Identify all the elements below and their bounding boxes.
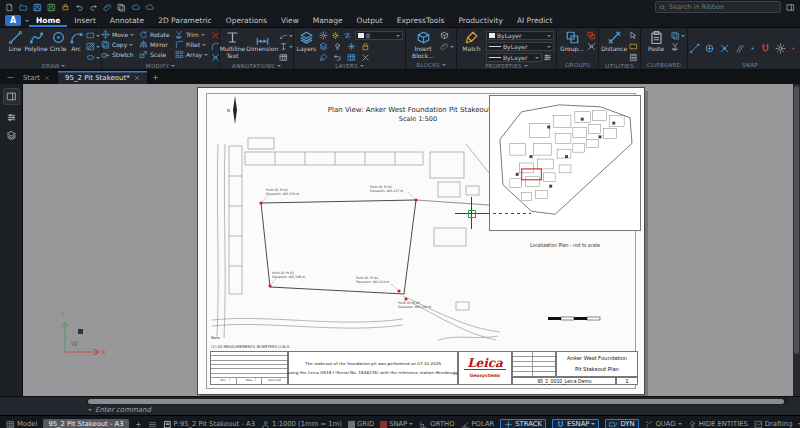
offset-tool[interactable] <box>211 42 220 51</box>
tab-95-2-pit-stakeout[interactable]: 95_2 Pit Stakeout* <box>58 71 147 84</box>
attach-xref-icon[interactable] <box>103 3 112 12</box>
circle-tool[interactable]: Circle <box>50 30 67 53</box>
save-as-icon[interactable] <box>47 3 56 12</box>
color-dropdown[interactable]: ByLayer <box>486 31 554 40</box>
panels-button[interactable] <box>3 88 20 105</box>
layer-dropdown[interactable]: 0 <box>355 31 403 40</box>
layer-transfer-icon[interactable] <box>343 31 352 40</box>
attach-tool[interactable] <box>440 42 454 51</box>
toggle-snap[interactable]: SNAP <box>380 420 413 428</box>
close-icon[interactable] <box>44 75 50 81</box>
command-line[interactable]: Enter command <box>88 406 151 414</box>
paper-sheet[interactable]: N Plan View: Anker West Foundation Pit S… <box>197 87 645 395</box>
toggle-dyn[interactable]: DYN <box>605 419 638 428</box>
cloud-open-icon[interactable] <box>145 3 154 12</box>
layout-list-icon[interactable] <box>148 420 157 428</box>
toggle-polar[interactable]: POLAR <box>461 420 495 428</box>
snap-nearest-icon[interactable] <box>790 45 797 52</box>
ungroup-tool[interactable] <box>587 31 596 40</box>
command-history-icon[interactable] <box>88 409 92 411</box>
clipboard-section-label[interactable]: CLIPBOARD <box>643 60 685 69</box>
layers-section-label[interactable]: LAYERS <box>296 62 403 69</box>
dimension-tool[interactable]: Dimension <box>247 30 277 53</box>
table-tool[interactable] <box>279 53 293 62</box>
block-edit-tool[interactable] <box>440 31 454 40</box>
properties-section-label[interactable]: PROPERTIES <box>459 62 554 69</box>
text-style-tool[interactable] <box>279 42 293 51</box>
line-tool[interactable]: Line <box>8 30 23 53</box>
add-layout-icon[interactable] <box>135 421 142 428</box>
horizontal-scrollbar-thumb[interactable] <box>88 399 784 404</box>
layers-panel-icon[interactable] <box>6 130 17 141</box>
rotate-tool[interactable]: Rotate <box>139 30 173 39</box>
layer-match-icon[interactable] <box>319 53 328 62</box>
snap-node-icon[interactable] <box>749 45 756 52</box>
toggle-quad[interactable]: QUAD <box>645 420 682 428</box>
layer-on-icon[interactable] <box>331 31 340 40</box>
menu-insert[interactable]: Insert <box>67 14 103 27</box>
layout-tab[interactable]: 95_2 Pit Stakeout - A3 <box>43 419 128 428</box>
horizontal-scrollbar[interactable] <box>86 398 788 405</box>
ribbon-search[interactable] <box>655 1 781 13</box>
arc-tool[interactable]: Arc <box>69 30 84 53</box>
model-tab[interactable]: Model <box>6 420 37 428</box>
workspace-drafting[interactable]: Drafting <box>754 420 793 428</box>
menu-manage[interactable]: Manage <box>306 14 350 27</box>
layer-states-icon[interactable] <box>347 53 356 62</box>
annotations-section-label[interactable]: ANNOTATIONS <box>222 62 291 69</box>
snap-endpoint-icon[interactable] <box>689 43 700 54</box>
trim-tool[interactable]: Trim <box>175 30 209 39</box>
layer-previous-icon[interactable] <box>333 53 342 62</box>
annotation-scale[interactable]: 1:1000 (1mm = 1m) <box>261 420 342 428</box>
scale-tool[interactable]: Scale <box>139 50 173 59</box>
snap-center-icon[interactable] <box>704 43 715 54</box>
snap-magnet-icon[interactable] <box>760 43 771 54</box>
undo-icon[interactable] <box>75 3 84 12</box>
mirror-tool[interactable]: Mirror <box>139 40 173 49</box>
insert-block-tool[interactable]: Insert Block... <box>408 30 438 59</box>
properties-panel-icon[interactable] <box>543 53 552 62</box>
vertical-scrollbar[interactable] <box>793 84 800 396</box>
calculator-tool[interactable] <box>629 53 638 62</box>
copy-clip-icon[interactable] <box>117 3 126 12</box>
app-button[interactable]: A <box>5 15 21 26</box>
array-tool[interactable]: Array <box>175 50 209 59</box>
match-properties-tool[interactable]: Match <box>459 30 484 53</box>
snap-settings-icon[interactable] <box>775 43 786 54</box>
layer-lock-icon[interactable] <box>361 42 370 51</box>
linetype-dropdown[interactable]: ByLayer <box>486 42 554 51</box>
tab-start[interactable]: Start <box>16 71 57 84</box>
menu-annotate[interactable]: Annotate <box>103 14 151 27</box>
new-file-icon[interactable] <box>5 3 14 12</box>
settings-sliders-icon[interactable] <box>6 112 17 123</box>
area-tool[interactable] <box>629 42 638 51</box>
snap-section-label[interactable]: SNAP <box>690 60 800 69</box>
rectangle-tool[interactable] <box>86 31 100 40</box>
menu-ai-predict[interactable]: AI Predict <box>510 14 560 27</box>
copy-tool[interactable]: Copy <box>101 40 137 49</box>
erase-tool[interactable] <box>211 31 220 40</box>
vertical-scrollbar-thumb[interactable] <box>794 86 799 354</box>
copy-clip-tool[interactable] <box>671 31 685 40</box>
lineweight-dropdown[interactable]: ByLayer <box>486 53 542 62</box>
polyline-tool[interactable]: Polyline <box>25 30 48 53</box>
panel-toggle-icon[interactable] <box>786 3 795 12</box>
quick-select-tool[interactable] <box>629 31 638 40</box>
save-icon[interactable] <box>33 3 42 12</box>
layer-freeze-icon[interactable] <box>347 42 356 51</box>
distance-tool[interactable]: Distance <box>601 30 627 53</box>
snap-parallel-icon[interactable] <box>734 43 745 54</box>
menu-2d-parametric[interactable]: 2D Parametric <box>151 14 219 27</box>
move-tool[interactable]: Move <box>101 30 137 39</box>
fillet-tool[interactable]: Fillet <box>175 40 209 49</box>
menu-operations[interactable]: Operations <box>219 14 274 27</box>
toggle-strack[interactable]: STRACK <box>500 419 546 428</box>
new-tab-button[interactable] <box>148 71 163 84</box>
ellipse-tool[interactable] <box>86 53 100 62</box>
toggle-grid[interactable]: GRID <box>348 420 374 428</box>
paper-space-indicator[interactable]: P:95_2 Pit Stakeout - A3 <box>163 420 255 428</box>
tabbar-collapse-icon[interactable] <box>6 73 15 82</box>
modify-section-label[interactable]: MODIFY <box>104 62 217 69</box>
blocks-section-label[interactable]: BLOCKS <box>408 60 454 69</box>
menu-home[interactable]: Home <box>29 14 67 27</box>
